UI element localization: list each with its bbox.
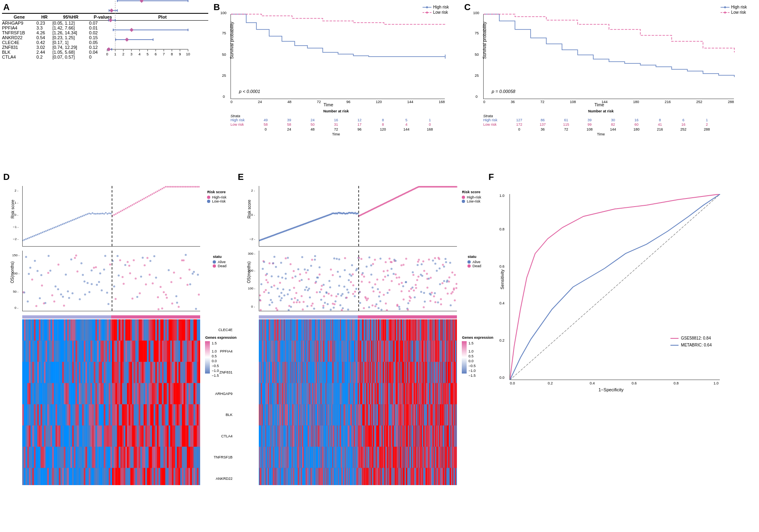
d-os-ytick-100: 100 -	[12, 272, 19, 275]
os-point	[188, 269, 190, 271]
os-point	[108, 303, 110, 305]
os-point	[437, 302, 439, 304]
nar-val-high: 86	[531, 118, 554, 122]
b-xtick-val: 24	[258, 100, 262, 104]
d-high-risk-text: High-risk	[212, 195, 226, 199]
os-point	[302, 308, 304, 310]
risk-point	[133, 203, 135, 205]
b-ytick-0: 0	[223, 95, 225, 99]
risk-point	[183, 186, 185, 188]
os-point	[171, 302, 173, 304]
c-ytick-50: 50	[475, 53, 479, 57]
risk-point	[25, 239, 27, 240]
os-point	[402, 264, 404, 266]
risk-point	[104, 213, 105, 215]
panel-c: C High risk Low risk Survival probabilit…	[461, 0, 759, 170]
os-point	[320, 299, 322, 301]
os-point	[429, 300, 431, 302]
forest-plot-svg: 012345678910	[103, 0, 208, 59]
os-point	[399, 308, 401, 310]
os-point	[128, 265, 130, 267]
risk-point	[45, 230, 47, 232]
os-point	[379, 291, 381, 293]
os-point	[36, 270, 38, 272]
f-xtick-08: 0.8	[674, 381, 679, 385]
os-point	[365, 297, 367, 299]
os-point	[433, 296, 435, 298]
nar-axis-tick: 144	[601, 127, 625, 131]
os-point	[312, 303, 314, 305]
os-point	[116, 255, 118, 257]
risk-point	[116, 212, 118, 214]
os-point	[31, 279, 33, 281]
os-point	[337, 293, 339, 295]
f-xtick-06: 0.6	[632, 381, 637, 385]
os-point	[144, 264, 146, 266]
risk-point	[35, 234, 37, 236]
forest-gene: TNFRSF1B	[2, 30, 36, 35]
os-point	[289, 289, 291, 291]
os-point	[186, 284, 188, 286]
nar-val-high: 12	[348, 118, 371, 122]
c-xtick-val: 108	[570, 100, 576, 104]
os-point	[329, 286, 331, 288]
f-ylabel: Sensitivity	[500, 269, 505, 289]
os-point	[262, 268, 264, 270]
os-point	[354, 295, 356, 297]
risk-point	[165, 186, 167, 188]
nar-val-high: 8	[648, 118, 672, 122]
risk-point	[186, 186, 188, 188]
c-xtick-val: 180	[633, 100, 639, 104]
nar-val-high: 16	[625, 118, 648, 122]
risk-point	[152, 193, 153, 195]
os-point	[268, 292, 270, 294]
c-low-nar-vals: 17213711599826041162	[507, 122, 719, 127]
os-point	[398, 283, 400, 285]
os-point	[451, 272, 453, 274]
risk-point	[42, 232, 43, 233]
nar-val-low: 58	[254, 122, 277, 127]
risk-point	[107, 213, 108, 215]
os-point	[197, 274, 199, 276]
os-point	[359, 302, 361, 304]
os-point	[319, 273, 321, 275]
os-point	[350, 275, 352, 277]
os-point	[285, 277, 287, 279]
risk-point	[146, 196, 148, 198]
b-nar-axis: 024487296120144168	[254, 127, 442, 131]
risk-point	[178, 186, 180, 188]
nar-axis-tick: 288	[695, 127, 719, 131]
b-km-chart: Survival probability 0 25 50 75 100 p < …	[230, 14, 445, 99]
os-point	[91, 270, 93, 272]
os-point	[47, 272, 49, 274]
os-point	[149, 260, 151, 262]
svg-marker-59	[426, 11, 428, 14]
os-point	[385, 261, 387, 263]
c-nar-strata: Strata	[483, 114, 719, 118]
svg-text:8: 8	[171, 52, 173, 56]
risk-point	[63, 223, 65, 224]
nar-val-high: 8	[371, 118, 395, 122]
os-point	[428, 259, 430, 261]
os-point	[395, 273, 397, 275]
c-num-at-risk: Number at risk Strata High risk 12786613…	[483, 109, 719, 136]
forest-hr: 3.02	[36, 45, 53, 50]
risk-point	[190, 186, 191, 188]
risk-point	[57, 226, 58, 227]
os-point	[282, 288, 284, 290]
os-point	[74, 257, 76, 259]
os-point	[104, 255, 106, 257]
os-point	[414, 296, 416, 298]
os-point	[330, 294, 332, 296]
d-rs-ytick-2: 2 -	[15, 189, 18, 192]
os-point	[316, 291, 318, 293]
svg-text:6: 6	[154, 52, 156, 56]
os-point	[448, 277, 450, 279]
km-c-pvalue: p = 0.00058	[491, 89, 516, 94]
os-point	[293, 270, 295, 272]
f-xtick-04: 0.4	[590, 381, 595, 385]
d-risk-legend: Risk score High-risk Low-risk	[207, 190, 226, 203]
d-dead-text: Dead	[218, 264, 226, 268]
risk-point	[30, 236, 32, 238]
os-point	[281, 297, 283, 299]
